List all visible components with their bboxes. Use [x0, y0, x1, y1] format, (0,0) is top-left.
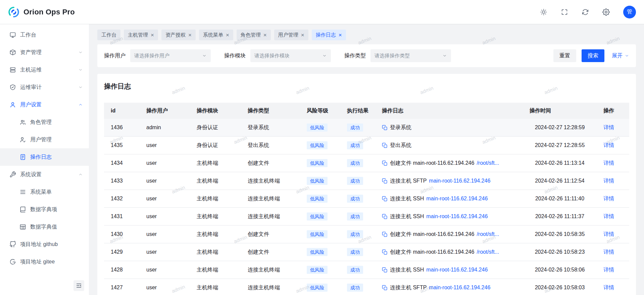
detail-link[interactable]: 详情 [603, 178, 614, 184]
host-icon [9, 66, 16, 73]
log-link[interactable]: /root/sft... [477, 160, 499, 166]
operation-type-select[interactable]: 请选择操作类型 [370, 49, 451, 62]
log-link[interactable]: main-root-116.62.194.246 [429, 178, 490, 184]
tab-label: 工作台 [101, 32, 116, 38]
cell-user: user [140, 137, 190, 154]
log-text: 登录系统 [390, 124, 411, 131]
sidebar-item-role-management[interactable]: 角色管理 [0, 113, 89, 131]
operation-user-select[interactable]: 请选择操作用户 [130, 49, 211, 62]
sidebar-item-dict-value[interactable]: 数据字典值 [0, 218, 89, 236]
sidebar-item-host-ops[interactable]: 主机运维 [0, 61, 89, 79]
sidebar-item-system-menu[interactable]: 系统菜单 [0, 183, 89, 201]
cell-type: 创建文件 [241, 243, 300, 261]
detail-link[interactable]: 详情 [603, 125, 614, 130]
close-icon[interactable]: × [188, 32, 192, 38]
tab-user-management[interactable]: 用户管理× [274, 30, 308, 40]
copy-icon[interactable] [382, 160, 388, 166]
risk-badge: 低风险 [307, 284, 328, 292]
fullscreen-icon[interactable] [561, 8, 568, 16]
copy-icon[interactable] [382, 143, 388, 148]
sidebar-item-operation-log[interactable]: 操作日志 [0, 148, 89, 166]
log-link[interactable]: main-root-116.62.194.246 [426, 213, 488, 219]
log-link[interactable]: /root/sft... [477, 249, 499, 255]
copy-icon[interactable] [382, 196, 388, 202]
copy-icon[interactable] [382, 178, 388, 184]
collapse-sidebar-button[interactable] [73, 280, 84, 291]
filter-field-user: 操作用户 请选择操作用户 [104, 49, 211, 62]
close-icon[interactable]: × [263, 32, 267, 38]
cell-log: 连接主机 SSHmain-root-116.62.194.246 [375, 208, 523, 226]
tab-workbench[interactable]: 工作台 [97, 30, 120, 40]
detail-link[interactable]: 详情 [603, 142, 614, 148]
detail-link[interactable]: 详情 [603, 231, 614, 237]
copy-icon[interactable] [382, 232, 388, 237]
copy-icon[interactable] [382, 285, 388, 291]
chevron-down-icon [78, 67, 83, 72]
cell-risk: 低风险 [300, 137, 340, 154]
operation-module-select[interactable]: 请选择操作模块 [250, 49, 331, 62]
select-placeholder: 请选择操作类型 [375, 53, 410, 59]
column-header-8: 操作 [597, 103, 629, 119]
app-layout: 工作台资产管理主机运维运维审计用户设置角色管理用户管理操作日志系统设置系统菜单数… [0, 0, 644, 295]
reset-button[interactable]: 重置 [553, 49, 576, 62]
column-header-0: id [104, 103, 140, 119]
close-icon[interactable]: × [226, 32, 229, 38]
header-icon-group [540, 8, 610, 16]
log-text: 连接主机 SSH [390, 195, 424, 202]
copy-icon[interactable] [382, 125, 388, 131]
detail-link[interactable]: 详情 [603, 285, 614, 290]
refresh-icon[interactable] [582, 8, 589, 16]
sidebar-item-ops-audit[interactable]: 运维审计 [0, 79, 89, 96]
detail-link[interactable]: 详情 [603, 267, 614, 273]
log-content: 创建文件 main-root-116.62.194.246/root/sft..… [382, 249, 516, 256]
sidebar-item-user-settings[interactable]: 用户设置 [0, 96, 89, 113]
sidebar-item-user-management[interactable]: 用户管理 [0, 131, 89, 148]
sidebar-item-label: 项目地址 github [20, 241, 83, 248]
log-text: 创建文件 main-root-116.62.194.246 [390, 160, 474, 167]
copy-icon[interactable] [382, 214, 388, 219]
close-icon[interactable]: × [301, 32, 304, 38]
copy-icon[interactable] [382, 249, 388, 255]
log-link[interactable]: main-root-116.62.194.246 [426, 267, 488, 273]
tab-label: 角色管理 [241, 32, 261, 38]
column-header-3: 操作类型 [241, 103, 300, 119]
detail-link[interactable]: 详情 [603, 213, 614, 219]
log-link[interactable]: main-root-116.62.194.246 [429, 285, 490, 291]
log-link[interactable]: /root/sft... [477, 231, 499, 237]
expand-link[interactable]: 展开 [612, 52, 629, 59]
sidebar-item-system-settings[interactable]: 系统设置 [0, 166, 89, 183]
table-row: 1434user主机终端创建文件低风险成功创建文件 main-root-116.… [104, 154, 629, 172]
avatar[interactable]: 管 [623, 6, 636, 18]
tab-operation-log[interactable]: 操作日志× [312, 30, 346, 40]
table-row: 1436admin身份认证登录系统低风险成功登录系统2024-02-27 12:… [104, 119, 629, 137]
cell-result: 成功 [340, 226, 375, 243]
sidebar-item-workbench[interactable]: 工作台 [0, 26, 89, 44]
tab-role-management[interactable]: 角色管理× [237, 30, 271, 40]
sun-icon[interactable] [540, 8, 547, 16]
detail-link[interactable]: 详情 [603, 160, 614, 166]
cell-id: 1434 [104, 154, 140, 172]
sidebar-item-github[interactable]: 项目地址 github [0, 236, 89, 253]
result-badge: 成功 [347, 230, 363, 238]
detail-link[interactable]: 详情 [603, 249, 614, 255]
select-placeholder: 请选择操作用户 [134, 53, 169, 59]
cell-action: 详情 [597, 226, 629, 243]
log-link[interactable]: main-root-116.62.194.246 [426, 196, 488, 202]
sidebar-item-asset-management[interactable]: 资产管理 [0, 44, 89, 61]
close-icon[interactable]: × [151, 32, 154, 38]
close-icon[interactable]: × [339, 32, 342, 38]
log-content: 连接主机 SSHmain-root-116.62.194.246 [382, 195, 516, 202]
sidebar-item-label: 用户管理 [30, 136, 83, 143]
sidebar-item-dict-item[interactable]: 数据字典项 [0, 201, 89, 218]
gear-icon[interactable] [602, 8, 610, 16]
sidebar-item-gitee[interactable]: 项目地址 gitee [0, 253, 89, 271]
detail-link[interactable]: 详情 [603, 196, 614, 201]
copy-icon[interactable] [382, 267, 388, 273]
app-header: Orion Ops Pro 管 [0, 0, 644, 24]
search-button[interactable]: 搜索 [582, 49, 604, 62]
risk-badge: 低风险 [307, 177, 328, 185]
tab-host-management[interactable]: 主机管理× [124, 30, 158, 40]
tab-asset-auth[interactable]: 资产授权× [161, 30, 196, 40]
tab-system-menu[interactable]: 系统菜单× [199, 30, 233, 40]
filter-label: 操作类型 [344, 52, 366, 59]
